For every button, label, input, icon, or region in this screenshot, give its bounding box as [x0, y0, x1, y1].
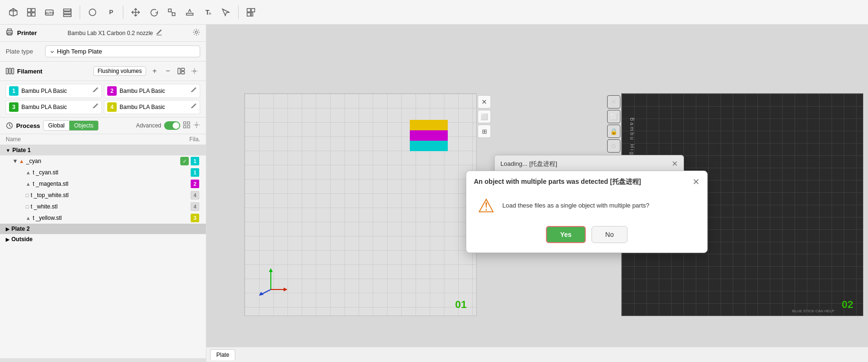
vp02-lock-icon[interactable]: 🔒	[607, 125, 620, 138]
magenta-stl-badge[interactable]: 2	[191, 180, 199, 188]
printer-header-left: Printer	[6, 28, 37, 37]
warning-icon: ⚠	[478, 195, 495, 217]
advanced-label: Advanced	[136, 122, 161, 129]
preview-yellow	[410, 120, 448, 130]
tree-top-white-stl[interactable]: □ t _top_white.stl 4	[0, 190, 206, 201]
tree-yellow-stl[interactable]: ▲ t _yellow.stl 3	[0, 212, 206, 224]
rotate-icon[interactable]	[146, 5, 161, 20]
white-stl-name: t _white.stl	[31, 203, 191, 210]
yellow-badge[interactable]: 3	[191, 214, 199, 222]
edit-filament-4-icon[interactable]	[191, 103, 197, 111]
toolbar: AUTO P	[0, 0, 868, 25]
confirm-dialog-title: An object with multiple parts was detect…	[474, 178, 641, 186]
add-filament-button[interactable]: +	[149, 65, 160, 77]
cube-icon[interactable]	[6, 5, 21, 20]
cyan-color-1[interactable]: 1	[191, 157, 199, 165]
plate-1-label: Plate 1	[12, 147, 31, 154]
filament-slot-1[interactable]: 1 Bambu PLA Basic	[6, 84, 102, 98]
filament-slot-3[interactable]: 3 Bambu PLA Basic	[6, 100, 102, 114]
filament-actions: + −	[149, 65, 200, 77]
confirm-message: Load these files as a single object with…	[502, 201, 649, 210]
viewport-01-grid: 01	[245, 94, 476, 316]
no-button[interactable]: No	[591, 226, 628, 243]
edit-filament-2-icon[interactable]	[191, 87, 197, 95]
move-icon[interactable]	[128, 5, 143, 20]
top-white-badge[interactable]: 4	[191, 191, 199, 199]
magenta-stl-name: t _magenta.stl	[33, 181, 191, 187]
vp01-view-icon[interactable]: ⬜	[478, 110, 491, 123]
filament-slot-2[interactable]: 2 Bambu PLA Basic	[104, 84, 200, 98]
printer-settings-icon[interactable]	[193, 28, 200, 37]
toolbar-divider-1	[80, 6, 80, 19]
cyan-group-name: _cyan	[26, 158, 180, 164]
main-area: Printer Bambu Lab X1 Carbon 0.2 nozzle	[0, 25, 868, 362]
vp02-view-icon[interactable]: ⬜	[607, 110, 620, 123]
vp01-grid-icon[interactable]: ⊞	[478, 125, 491, 138]
process-grid-icon[interactable]	[183, 121, 190, 130]
confirm-dialog: An object with multiple parts was detect…	[466, 171, 708, 253]
cyan-stl-icon: ▲	[26, 170, 31, 175]
vp02-close-button[interactable]: ✕	[607, 95, 620, 109]
yellow-stl-name: t _yellow.stl	[33, 215, 191, 221]
vp01-controls: ✕ ⬜ ⊞	[476, 93, 493, 140]
cyan-check[interactable]: ✓	[180, 157, 189, 165]
svg-point-28	[195, 31, 198, 34]
svg-rect-5	[28, 13, 31, 16]
edit-printer-icon[interactable]	[156, 29, 162, 37]
yellow-icon: ▲	[26, 215, 31, 221]
filament-name-4: Bambu PLA Basic	[120, 104, 188, 110]
filament-title: Filament	[6, 68, 91, 75]
process-settings-icon[interactable]	[193, 121, 200, 130]
layers-icon[interactable]	[60, 5, 75, 20]
loading-close-button[interactable]: ✕	[672, 159, 678, 168]
plate-1-group[interactable]: ▼ Plate 1	[0, 145, 206, 155]
svg-rect-11	[64, 15, 71, 17]
scale-icon[interactable]	[164, 5, 179, 20]
tree-magenta-stl[interactable]: ▲ t _magenta.stl 2	[0, 178, 206, 190]
edit-filament-1-icon[interactable]	[92, 87, 99, 95]
plate-1-expand-icon: ▼	[6, 148, 10, 153]
tree-cyan-group[interactable]: ▼ ▲ _cyan ✓ 1	[0, 155, 206, 167]
yes-button[interactable]: Yes	[546, 226, 586, 243]
white-icon: □	[26, 204, 29, 209]
outside-group[interactable]: ▶ Outside	[0, 234, 206, 244]
filament-slots: 1 Bambu PLA Basic 2 Bambu PLA Basic	[0, 81, 206, 118]
grid-icon[interactable]	[24, 5, 39, 20]
p-tool-icon[interactable]: P	[103, 5, 118, 20]
vp02-settings-icon[interactable]: ⚙	[607, 139, 620, 153]
circle-tool-icon[interactable]	[85, 5, 100, 20]
confirm-close-button[interactable]: ✕	[693, 177, 700, 187]
axes-indicator	[254, 263, 287, 297]
plate-type-row: Plate type High Temp Plate	[0, 42, 206, 62]
svg-marker-45	[284, 288, 287, 291]
filament-template-icon[interactable]	[175, 65, 187, 77]
tree-cyan-stl[interactable]: ▲ t _cyan.stl 1	[0, 167, 206, 178]
edit-filament-3-icon[interactable]	[92, 103, 99, 111]
plate-tab[interactable]: Plate	[210, 349, 235, 360]
puzzle-icon[interactable]	[243, 5, 259, 20]
svg-rect-15	[168, 9, 171, 12]
auto-icon[interactable]: AUTO	[42, 5, 57, 20]
white-badge[interactable]: 4	[191, 202, 199, 211]
svg-rect-31	[12, 68, 14, 74]
vp01-close-button[interactable]: ✕	[478, 95, 491, 109]
advanced-toggle[interactable]	[164, 121, 180, 130]
tab-global[interactable]: Global	[44, 121, 70, 130]
text-tool-icon[interactable]: T A	[200, 5, 215, 20]
tree-white-stl[interactable]: □ t _white.stl 4	[0, 201, 206, 212]
svg-rect-6	[32, 13, 35, 16]
svg-rect-39	[184, 126, 186, 128]
remove-filament-button[interactable]: −	[162, 65, 174, 77]
plate-2-label: Plate 2	[11, 226, 30, 232]
tab-objects[interactable]: Objects	[69, 121, 98, 130]
flatten-icon[interactable]	[182, 5, 197, 20]
filament-settings-icon[interactable]	[189, 65, 200, 77]
top-white-stl-name: t _top_white.stl	[31, 192, 191, 199]
arrow-tool-icon[interactable]	[218, 5, 233, 20]
cyan-stl-badge[interactable]: 1	[191, 168, 199, 177]
flushing-volumes-button[interactable]: Flushing volumes	[93, 66, 146, 76]
filament-slot-4[interactable]: 4 Bambu PLA Basic	[104, 100, 200, 114]
plate-2-group[interactable]: ▶ Plate 2	[0, 224, 206, 234]
vp02-controls: ✕ ⬜ 🔒 ⚙	[605, 93, 622, 154]
plate-type-select[interactable]: High Temp Plate	[45, 45, 200, 57]
